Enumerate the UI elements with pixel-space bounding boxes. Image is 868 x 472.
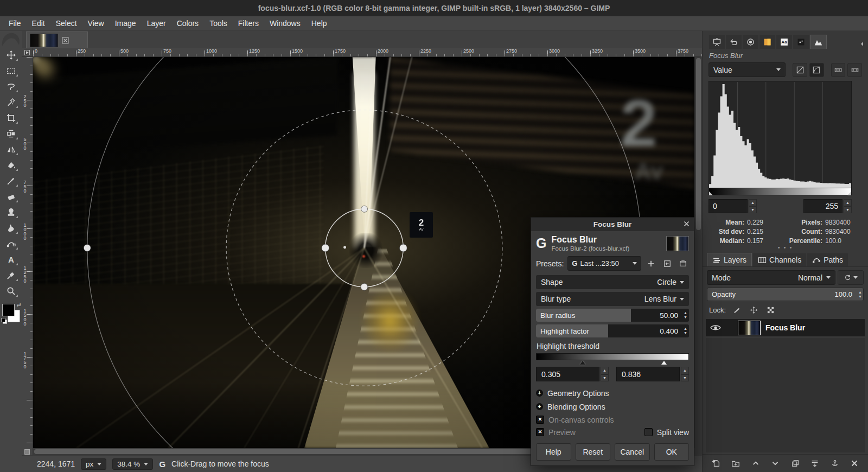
range-high-spin-arrows[interactable]: ▲▼ [844,199,852,213]
focus-inner-circle[interactable] [326,209,404,287]
image-tab-close-icon[interactable] [62,37,69,44]
fuzzy-select-tool[interactable] [2,94,20,110]
range-low-spinbox[interactable]: 0 ▲▼ [709,199,757,213]
highlight-factor-slider[interactable]: Highlight factor 0.400 ▲▼ [536,324,689,337]
blur-radius-slider[interactable]: Blur radius 50.00 ▲▼ [536,309,689,322]
dock-tab-colors[interactable] [760,35,775,49]
menu-tools[interactable]: Tools [204,17,233,29]
dock-tab-tool-options[interactable] [709,35,725,49]
menu-filters[interactable]: Filters [233,17,264,29]
bucket-fill-tool[interactable] [2,157,20,173]
vertical-scrollbar-thumb[interactable] [696,58,701,230]
on-canvas-checkbox[interactable] [536,416,544,424]
unit-dropdown[interactable]: px [81,458,106,470]
split-view-checkbox[interactable] [644,428,653,436]
range-low-spin-arrows[interactable]: ▲▼ [749,199,757,213]
threshold-low-spinbox[interactable]: 0.305 ▲▼ [536,367,609,381]
menu-view[interactable]: View [82,17,110,29]
dock-tab-pointer[interactable] [793,35,809,49]
tab-paths[interactable]: Paths [807,253,848,266]
crop-tool[interactable] [2,110,20,126]
help-button[interactable]: Help [536,443,571,461]
flip-tool[interactable] [2,142,20,157]
image-tab[interactable] [26,31,88,48]
lock-position-icon[interactable] [748,305,760,315]
menu-colors[interactable]: Colors [171,17,204,29]
geometry-options-expander[interactable]: + Geometry Options [536,386,689,400]
threshold-low-value[interactable]: 0.305 [536,367,599,381]
lock-alpha-icon[interactable] [764,305,776,315]
preset-dropdown[interactable]: G Last ...23:50 [567,256,641,271]
focus-center-point[interactable] [343,246,346,249]
range-high-value[interactable]: 255 [803,199,843,213]
dialog-titlebar[interactable]: Focus Blur [531,218,694,231]
opacity-spin-arrows[interactable]: ▲▼ [858,289,862,300]
color-picker-tool[interactable] [2,267,20,283]
text-tool[interactable]: A [2,252,20,267]
swap-colors-icon[interactable]: ⇄ [17,302,21,308]
free-select-tool[interactable] [2,79,20,94]
ok-button[interactable]: OK [654,443,690,461]
raise-layer-button[interactable] [749,457,762,469]
threshold-high-value[interactable]: 0.836 [616,367,680,381]
blur-radius-spin-arrows[interactable]: ▲▼ [684,309,687,322]
zoom-dropdown[interactable]: 38.4 % [112,458,153,470]
dock-splitter-handle[interactable]: • • • [703,245,868,251]
mode-dropdown[interactable]: Mode Normal [707,270,835,285]
dock-tab-undo-history[interactable] [726,35,742,49]
menu-windows[interactable]: Windows [264,17,306,29]
focus-handle-bottom[interactable] [361,283,368,290]
zoom-tool[interactable] [2,283,20,299]
menu-edit[interactable]: Edit [27,17,50,29]
default-colors-icon[interactable] [1,318,7,324]
eraser-tool[interactable] [2,189,20,205]
lock-pixels-icon[interactable] [731,305,743,315]
menu-file[interactable]: File [3,17,27,29]
cancel-button[interactable]: Cancel [615,443,650,461]
highlight-factor-spin-arrows[interactable]: ▲▼ [684,324,687,337]
focus-handle-right[interactable] [399,244,407,252]
opacity-slider[interactable]: Opacity 100.0 ▲▼ [707,288,864,301]
new-group-button[interactable] [729,457,742,469]
expand-range-button[interactable] [831,63,846,77]
smudge-tool[interactable] [2,220,20,236]
focus-midpoint-circle[interactable] [226,110,502,386]
reset-button[interactable]: Reset [576,443,611,461]
focus-handle-top[interactable] [361,206,368,212]
merge-layer-button[interactable] [808,457,821,469]
blending-options-expander[interactable]: + Blending Options [536,400,689,413]
split-view-toggle[interactable]: Split view [644,428,689,437]
threshold-high-spinbox[interactable]: 0.836 ▲▼ [616,367,689,381]
on-canvas-controls-row[interactable]: On-canvas controls [536,413,689,426]
log-histogram-button[interactable] [809,63,824,77]
foreground-color-swatch[interactable] [2,304,15,316]
visibility-eye-icon[interactable] [710,324,721,331]
move-tool[interactable] [2,47,20,63]
menu-image[interactable]: Image [110,17,142,29]
lower-layer-button[interactable] [769,457,782,469]
threshold-gradient-bar[interactable] [536,353,689,360]
channel-dropdown[interactable]: Value [709,62,786,77]
paths-tool[interactable] [2,236,20,252]
anchor-layer-button[interactable] [828,457,841,469]
preview-toggle[interactable]: Preview [536,428,576,437]
focus-handle-left[interactable] [322,244,329,252]
dock-tab-device-status[interactable] [743,35,758,49]
tab-channels[interactable]: Channels [753,253,806,266]
tab-layers[interactable]: Layers [707,253,752,266]
linear-histogram-button[interactable] [793,63,807,77]
fg-bg-color-area[interactable]: ⇄ [1,303,21,324]
titlebar[interactable]: focus-blur.xcf-1.0 (RGB color 8-bit gamm… [0,0,868,16]
restore-preset-button[interactable] [661,257,673,270]
menu-layer[interactable]: Layer [142,17,171,29]
horizontal-ruler[interactable]: 0250500750100012501500175020002250250027… [33,48,702,57]
vertical-scrollbar[interactable] [694,57,702,448]
rectangle-select-tool[interactable] [2,63,20,79]
threshold-high-spin-arrows[interactable]: ▲▼ [681,367,689,381]
threshold-high-marker[interactable] [661,361,667,365]
quick-mask-toggle[interactable] [22,448,33,455]
paintbrush-tool[interactable] [2,173,20,189]
clone-tool[interactable] [2,205,20,220]
unified-transform-tool[interactable] [2,126,20,142]
blur-type-dropdown[interactable]: Blur type Lens Blur [536,292,689,306]
